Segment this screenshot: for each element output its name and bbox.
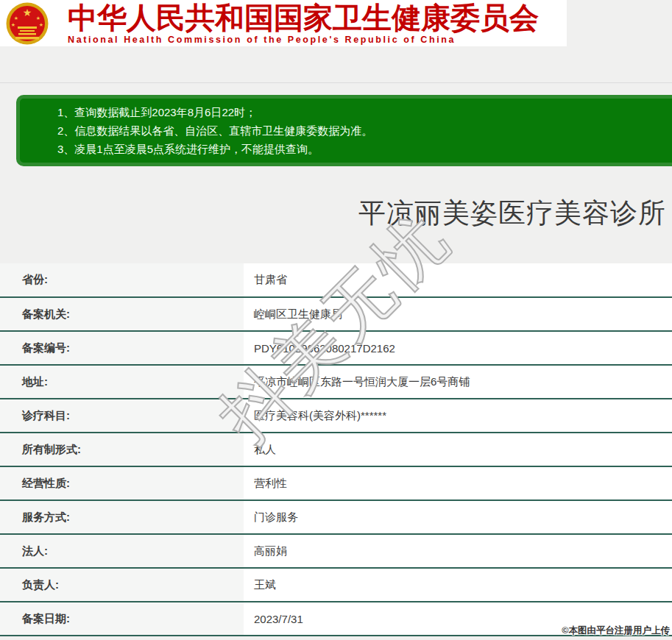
field-value: 门诊服务 [244, 500, 672, 534]
svg-text:★: ★ [36, 15, 40, 21]
svg-text:★: ★ [14, 15, 18, 21]
header-titles: 中华人民共和国国家卫生健康委员会 National Health Commiss… [68, 1, 524, 46]
table-row-filing-number: 备案编号: PDY61029662080217D2162 [0, 331, 672, 365]
table-row-medical-subjects: 诊疗科目: 医疗美容科(美容外科)****** [0, 399, 672, 433]
notice-box: 1、查询数据截止到2023年8月6日22时； 2、信息数据结果以各省、自治区、直… [16, 95, 672, 166]
header-divider [0, 82, 672, 83]
notice-line-3: 3、凌晨1点至凌晨5点系统进行维护，不能提供查询。 [57, 140, 665, 158]
field-label: 地址: [0, 365, 244, 399]
table-row-filing-authority: 备案机关: 崆峒区卫生健康局 [0, 297, 672, 331]
national-emblem-svg: ★ ★ ★ ★ ★ [6, 0, 49, 53]
table-row-province: 省份: 甘肃省 [0, 263, 672, 297]
national-emblem-icon[interactable]: ★ ★ ★ ★ ★ [6, 0, 49, 53]
field-label: 诊疗科目: [0, 399, 244, 433]
notice-line-1: 1、查询数据截止到2023年8月6日22时； [57, 103, 665, 121]
table-row-person-in-charge: 负责人: 王斌 [0, 568, 672, 602]
svg-text:★: ★ [23, 7, 32, 18]
notice-line-2: 2、信息数据结果以各省、自治区、直辖市卫生健康委数据为准。 [57, 121, 665, 140]
table-row-legal-person: 法人: 高丽娟 [0, 534, 672, 568]
field-label: 备案编号: [0, 331, 244, 365]
field-label: 服务方式: [0, 500, 244, 534]
uploader-copyright-badge: ©本图由平台注册用户上传 [562, 625, 670, 637]
header-title-chinese: 中华人民共和国国家卫生健康委员会 [68, 1, 524, 34]
field-label: 所有制形式: [0, 433, 244, 466]
field-value: 王斌 [244, 568, 672, 602]
field-value: 私人 [244, 433, 672, 466]
field-label: 省份: [0, 263, 244, 297]
site-header: ★ ★ ★ ★ ★ 中华人民共和国国家卫生健康委员会 National Heal… [0, 0, 567, 46]
header-title-english: National Health Commission of the People… [68, 35, 524, 46]
field-value: 高丽娟 [244, 534, 672, 568]
field-label: 备案机关: [0, 297, 244, 331]
field-label: 备案日期: [0, 602, 244, 636]
registration-info-table: 省份: 甘肃省 备案机关: 崆峒区卫生健康局 备案编号: PDY61029662… [0, 263, 672, 636]
field-value: 平凉市崆峒区东路一号恒润大厦一层6号商铺 [244, 365, 672, 399]
field-label: 负责人: [0, 568, 244, 602]
svg-text:★: ★ [11, 22, 15, 27]
field-value: 营利性 [244, 466, 672, 500]
svg-text:★: ★ [39, 22, 43, 27]
table-row-ownership-type: 所有制形式: 私人 [0, 433, 672, 466]
table-row-business-nature: 经营性质: 营利性 [0, 466, 672, 500]
table-row-address: 地址: 平凉市崆峒区东路一号恒润大厦一层6号商铺 [0, 365, 672, 399]
table-row-service-mode: 服务方式: 门诊服务 [0, 500, 672, 534]
field-value: 甘肃省 [244, 263, 672, 297]
field-value: 医疗美容科(美容外科)****** [244, 399, 672, 433]
field-value: 崆峒区卫生健康局 [244, 297, 672, 331]
field-label: 经营性质: [0, 466, 244, 500]
field-value: PDY61029662080217D2162 [244, 331, 672, 365]
clinic-name-title: 平凉丽美姿医疗美容诊所 [0, 199, 666, 228]
field-label: 法人: [0, 534, 244, 568]
